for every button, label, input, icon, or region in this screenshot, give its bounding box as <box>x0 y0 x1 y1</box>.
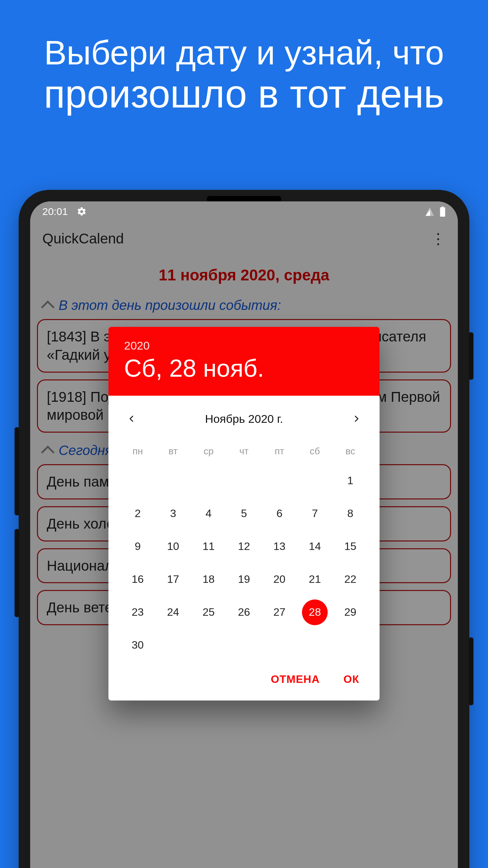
calendar-day[interactable]: 28 <box>297 596 333 629</box>
weekday-label: ср <box>191 441 226 461</box>
calendar-day[interactable]: 4 <box>191 497 226 530</box>
calendar-day[interactable]: 13 <box>262 530 297 563</box>
signal-icon <box>425 206 435 217</box>
calendar-day[interactable]: 26 <box>226 596 262 629</box>
month-year-label: Ноябрь 2020 г. <box>205 412 283 426</box>
calendar-day[interactable]: 3 <box>156 497 191 530</box>
calendar-week-row: 9101112131415 <box>108 530 380 563</box>
status-bar: 20:01 <box>30 201 458 222</box>
settings-icon <box>77 206 87 217</box>
calendar-day[interactable]: 18 <box>191 563 226 596</box>
calendar-empty <box>120 464 156 497</box>
calendar-week-row: 30 <box>108 629 380 662</box>
calendar-day[interactable]: 23 <box>120 596 156 629</box>
calendar-day[interactable]: 22 <box>332 563 368 596</box>
calendar-empty <box>191 464 226 497</box>
prev-month-button[interactable] <box>123 411 140 427</box>
calendar-empty <box>191 629 226 662</box>
calendar-day[interactable]: 20 <box>262 563 297 596</box>
date-picker-dialog: 2020 Сб, 28 нояб. Ноябрь 2020 г. пн вт с… <box>108 327 380 701</box>
calendar-week-row: 1 <box>108 464 380 497</box>
calendar-week-row: 2345678 <box>108 497 380 530</box>
calendar-day[interactable]: 10 <box>156 530 191 563</box>
calendar-day[interactable]: 8 <box>332 497 368 530</box>
calendar-empty <box>262 464 297 497</box>
calendar-day[interactable]: 9 <box>120 530 156 563</box>
calendar-day[interactable]: 14 <box>297 530 333 563</box>
calendar-day[interactable]: 1 <box>332 464 368 497</box>
calendar-week-row: 23242526272829 <box>108 596 380 629</box>
promo-line-2: произошло в тот день <box>0 73 488 116</box>
calendar-empty <box>297 629 333 662</box>
ok-button[interactable]: ОК <box>344 673 359 686</box>
weekday-label: пт <box>262 441 297 461</box>
calendar-day[interactable]: 7 <box>297 497 333 530</box>
status-time: 20:01 <box>42 206 68 217</box>
calendar-day[interactable]: 30 <box>120 629 156 662</box>
calendar-empty <box>226 629 262 662</box>
calendar-day[interactable]: 2 <box>120 497 156 530</box>
calendar-day[interactable]: 17 <box>156 563 191 596</box>
weekday-label: вт <box>156 441 191 461</box>
calendar-day[interactable]: 24 <box>156 596 191 629</box>
weekday-label: сб <box>297 441 333 461</box>
calendar-day[interactable]: 27 <box>262 596 297 629</box>
weekday-label: пн <box>120 441 156 461</box>
calendar-day[interactable]: 29 <box>332 596 368 629</box>
weekday-label: чт <box>226 441 262 461</box>
calendar-week-row: 16171819202122 <box>108 563 380 596</box>
calendar-day[interactable]: 21 <box>297 563 333 596</box>
calendar-empty <box>332 629 368 662</box>
weekday-header-row: пн вт ср чт пт сб вс <box>108 441 380 461</box>
calendar-day[interactable]: 25 <box>191 596 226 629</box>
next-month-button[interactable] <box>348 411 365 427</box>
promo-line-1: Выбери дату и узнай, что <box>0 34 488 71</box>
calendar-empty <box>297 464 333 497</box>
calendar-day[interactable]: 15 <box>332 530 368 563</box>
calendar-day[interactable]: 12 <box>226 530 262 563</box>
calendar-empty <box>226 464 262 497</box>
battery-icon <box>440 206 446 217</box>
calendar-day[interactable]: 19 <box>226 563 262 596</box>
calendar-empty <box>156 464 191 497</box>
calendar-day[interactable]: 6 <box>262 497 297 530</box>
calendar-day[interactable]: 5 <box>226 497 262 530</box>
promo-headline: Выбери дату и узнай, что произошло в тот… <box>0 0 488 116</box>
cancel-button[interactable]: ОТМЕНА <box>271 673 320 686</box>
date-picker-selected-date: Сб, 28 нояб. <box>124 354 364 382</box>
weekday-label: вс <box>332 441 368 461</box>
calendar-day[interactable]: 16 <box>120 563 156 596</box>
phone-frame: 20:01 QuickCalend ⋮ <box>19 190 469 868</box>
calendar-empty <box>262 629 297 662</box>
calendar-day[interactable]: 11 <box>191 530 226 563</box>
calendar-grid: 1234567891011121314151617181920212223242… <box>108 464 380 662</box>
calendar-empty <box>156 629 191 662</box>
date-picker-header: 2020 Сб, 28 нояб. <box>108 327 380 396</box>
date-picker-year[interactable]: 2020 <box>124 339 364 352</box>
phone-screen: 20:01 QuickCalend ⋮ <box>30 201 458 868</box>
